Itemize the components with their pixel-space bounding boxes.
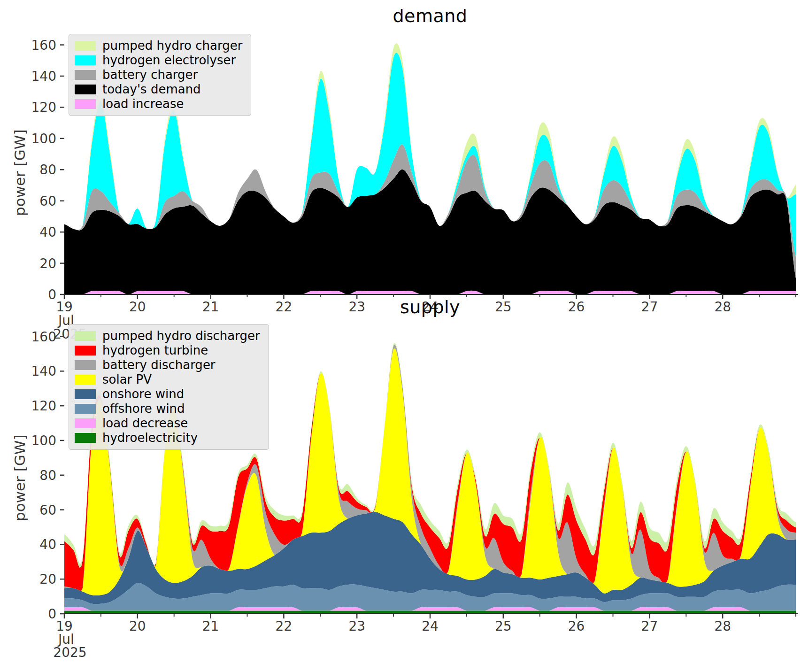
y-tick-label: 0 — [48, 606, 56, 622]
x-tick-label: 23 — [348, 618, 365, 634]
legend-item-hydroelectricity: hydroelectricity — [75, 431, 260, 445]
battery-discharger-swatch-icon — [75, 360, 96, 370]
y-tick-label: 140 — [31, 69, 56, 84]
demand-chart-title: demand — [64, 6, 796, 26]
legend-label: hydroelectricity — [102, 431, 198, 445]
legend-label: battery discharger — [102, 358, 216, 372]
demand-legend: pumped hydro chargerhydrogen electrolyse… — [69, 34, 251, 116]
x-tick-label: 26 — [568, 618, 585, 634]
legend-label: load decrease — [102, 416, 188, 431]
load-increase-swatch-icon — [75, 99, 96, 109]
legend-label: load increase — [102, 97, 184, 111]
supply-chart-title: supply — [64, 297, 796, 317]
legend-label: battery charger — [102, 68, 198, 82]
y-tick-label: 20 — [39, 572, 56, 587]
y-tick-label: 40 — [39, 224, 56, 240]
todays-demand-swatch-icon — [75, 85, 96, 94]
x-tick-label: 25 — [495, 618, 512, 634]
y-tick-label: 120 — [31, 100, 56, 115]
demand-y-axis-label: power [GW] — [11, 129, 28, 216]
x-tick-label: 21 — [202, 618, 219, 634]
y-tick-label: 100 — [31, 433, 56, 448]
legend-item-offshore-wind: offshore wind — [75, 402, 260, 416]
legend-item-pumped-hydro-discharger: pumped hydro discharger — [75, 329, 260, 343]
legend-item-battery-discharger: battery discharger — [75, 358, 260, 372]
x-tick-label: 28 — [714, 618, 731, 634]
hydrogen-electrolyser-swatch-icon — [75, 55, 96, 65]
hydrogen-turbine-swatch-icon — [75, 346, 96, 355]
legend-item-hydrogen-turbine: hydrogen turbine — [75, 343, 260, 358]
y-tick-label: 80 — [39, 162, 56, 178]
legend-item-hydrogen-electrolyser: hydrogen electrolyser — [75, 53, 242, 68]
legend-label: solar PV — [102, 372, 152, 387]
legend-item-battery-charger: battery charger — [75, 68, 242, 82]
y-tick-label: 20 — [39, 256, 56, 271]
solar-pv-swatch-icon — [75, 375, 96, 385]
hydroelectricity-swatch-icon — [75, 433, 96, 443]
pumped-hydro-charger-swatch-icon — [75, 41, 96, 51]
y-tick-label: 140 — [31, 363, 56, 379]
offshore-wind-swatch-icon — [75, 404, 96, 414]
supply-y-axis-label: power [GW] — [11, 434, 28, 521]
battery-charger-swatch-icon — [75, 70, 96, 80]
x-tick-label: 24 — [422, 618, 439, 634]
legend-label: today's demand — [102, 82, 201, 97]
legend-item-load-increase: load increase — [75, 97, 242, 111]
legend-label: hydrogen turbine — [102, 343, 208, 358]
legend-item-pumped-hydro-charger: pumped hydro charger — [75, 39, 242, 53]
y-tick-label: 80 — [39, 468, 56, 483]
x-caption-year: 2025 — [53, 645, 86, 660]
legend-label: pumped hydro charger — [102, 39, 242, 53]
x-tick-label: 27 — [641, 618, 658, 634]
x-tick-label: 20 — [129, 618, 146, 634]
legend-item-load-decrease: load decrease — [75, 416, 260, 431]
legend-item-solar-pv: solar PV — [75, 372, 260, 387]
pumped-hydro-discharger-swatch-icon — [75, 331, 96, 341]
onshore-wind-swatch-icon — [75, 389, 96, 399]
legend-label: hydrogen electrolyser — [102, 53, 236, 68]
y-tick-label: 60 — [39, 502, 56, 518]
load-decrease-swatch-icon — [75, 418, 96, 428]
y-tick-label: 160 — [31, 38, 56, 53]
y-tick-label: 60 — [39, 193, 56, 209]
legend-label: offshore wind — [102, 402, 185, 416]
y-tick-label: 100 — [31, 131, 56, 147]
legend-item-onshore-wind: onshore wind — [75, 387, 260, 402]
y-tick-label: 160 — [31, 329, 56, 345]
legend-label: pumped hydro discharger — [102, 329, 260, 343]
figure: 0204060801001201401601920212223242526272… — [0, 0, 801, 672]
y-tick-label: 40 — [39, 537, 56, 552]
supply-legend: pumped hydro dischargerhydrogen turbineb… — [69, 324, 269, 450]
x-tick-label: 22 — [276, 618, 293, 634]
legend-item-todays-demand: today's demand — [75, 82, 242, 97]
y-tick-label: 0 — [48, 287, 56, 302]
legend-label: onshore wind — [102, 387, 184, 402]
y-tick-label: 120 — [31, 398, 56, 414]
